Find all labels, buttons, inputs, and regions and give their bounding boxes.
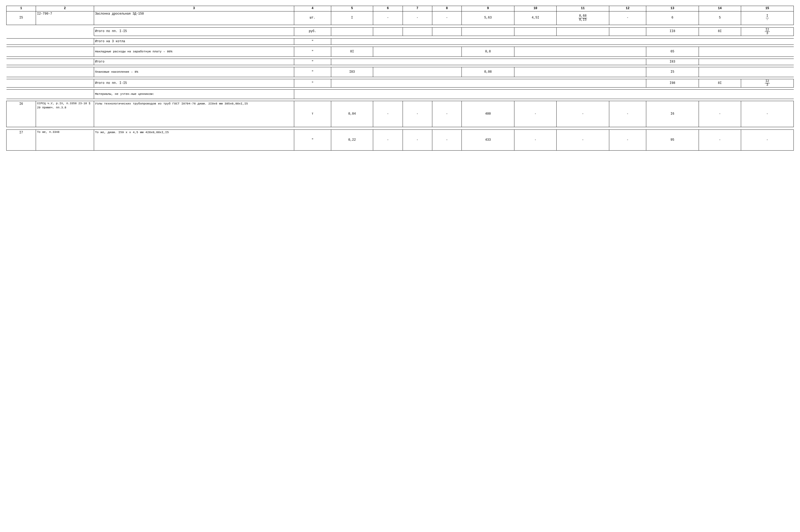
section-header-row: Материалы, не учтен-ные ценником: (6, 90, 794, 99)
summary-row: Плановые накопления – 8%"I830,08I5 (6, 67, 794, 77)
spacer-row (6, 36, 794, 38)
table-row: I7То же, п.3348То же, диам. I59 х х 4,5 … (6, 130, 794, 151)
col-header-12: 12 (609, 6, 646, 12)
col-header-2: 2 (36, 6, 94, 12)
col-header-1: 1 (6, 6, 36, 12)
main-table: 1 2 3 4 5 6 7 8 9 10 11 12 13 14 15 I5I2… (6, 6, 794, 151)
table-row: I5I2-790-7Заслонка дросельная ЗД-150шт.I… (6, 11, 794, 25)
col-header-6: 6 (373, 6, 403, 12)
table-row: I6ССРСЦ ч.У, р.IX, п.3358 23-10 § 29 при… (6, 101, 794, 127)
col-header-14: 14 (699, 6, 741, 12)
spacer-row (6, 44, 794, 46)
col-header-3: 3 (94, 6, 294, 12)
col-header-8: 8 (432, 6, 461, 12)
col-header-13: 13 (646, 6, 699, 12)
summary-row: Накладные расходы на заработную плату – … (6, 46, 794, 57)
summary-row: Итого"I83 (6, 59, 794, 65)
col-header-9: 9 (462, 6, 514, 12)
header-row: 1 2 3 4 5 6 7 8 9 10 11 12 13 14 15 (6, 6, 794, 12)
spacer-row (6, 25, 794, 27)
spacer-row (6, 88, 794, 90)
spacer-row (6, 127, 794, 130)
summary-row: Итого на 3 котла" (6, 38, 794, 44)
summary-row: Итого по пп. I-I5"I988II23 (6, 79, 794, 87)
spacer-row (6, 77, 794, 79)
spacer-row (6, 57, 794, 59)
spacer-row (6, 65, 794, 67)
col-header-4: 4 (294, 6, 331, 12)
col-header-15: 15 (741, 6, 794, 12)
summary-row: Итого по пп. I-I5руб.II88II23 (6, 27, 794, 36)
col-header-7: 7 (403, 6, 432, 12)
col-header-10: 10 (514, 6, 557, 12)
col-header-5: 5 (331, 6, 373, 12)
spacer-row (6, 99, 794, 101)
col-header-11: 11 (556, 6, 609, 12)
